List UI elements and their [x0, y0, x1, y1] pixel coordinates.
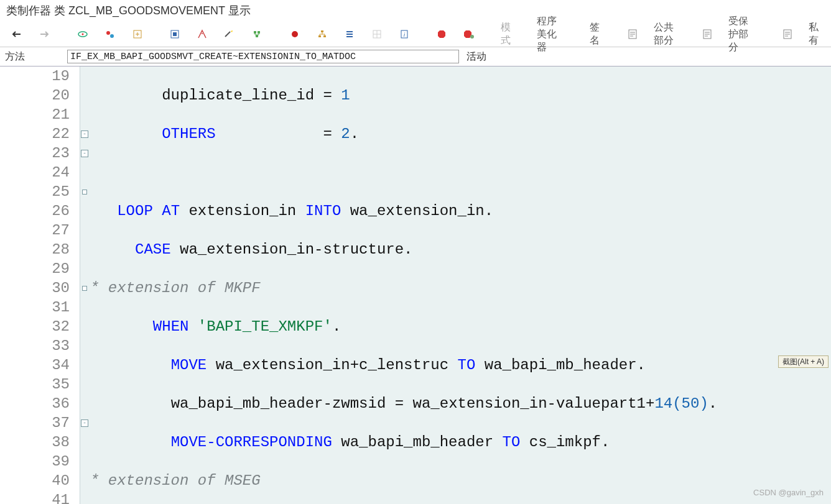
- svg-rect-12: [321, 30, 323, 32]
- list-icon[interactable]: [337, 25, 362, 43]
- change-bar: [0, 66, 6, 504]
- svg-point-3: [110, 34, 114, 38]
- forward-icon[interactable]: [32, 25, 57, 43]
- hierarchy-icon[interactable]: [310, 25, 335, 43]
- watermark: CSDN @gavin_gxh: [753, 483, 824, 502]
- line-number: 34: [6, 355, 80, 375]
- line-number: 19: [6, 66, 80, 86]
- activate-icon[interactable]: [190, 25, 215, 43]
- line-number: 38: [6, 433, 80, 452]
- other-object-icon[interactable]: [98, 25, 123, 43]
- window-title-bar: 类制作器 类 ZCL_MB_GOODSMOVEMENT 显示: [0, 0, 831, 22]
- method-input[interactable]: [67, 50, 459, 63]
- svg-text:i: i: [404, 32, 406, 38]
- svg-point-11: [292, 31, 298, 37]
- enhance-icon[interactable]: [125, 25, 150, 43]
- toolbar: i 模式 程序美化器 签名 公共部分 受保护部分 私有: [0, 22, 831, 47]
- line-number: 23: [6, 144, 80, 163]
- fold-bullet-icon[interactable]: [82, 190, 87, 195]
- signature-button[interactable]: 签名: [583, 25, 607, 43]
- display-icon[interactable]: [70, 25, 95, 43]
- method-bar: 方法 活动: [0, 47, 831, 66]
- line-number: 40: [6, 471, 80, 490]
- check-icon[interactable]: [162, 25, 187, 43]
- svg-marker-18: [438, 30, 445, 38]
- line-number: 32: [6, 317, 80, 336]
- code-area[interactable]: duplicate_line_id = 1 OTHERS = 2. LOOP A…: [89, 66, 831, 504]
- fold-bullet-icon[interactable]: [82, 286, 87, 291]
- line-number: 33: [6, 336, 80, 355]
- line-number: 41: [6, 490, 80, 504]
- line-number: 21: [6, 105, 80, 124]
- line-number: 27: [6, 221, 80, 240]
- protected-section-button[interactable]: 受保护部分: [722, 25, 763, 43]
- where-used-icon[interactable]: [244, 25, 269, 43]
- method-label: 方法: [5, 50, 67, 63]
- svg-rect-10: [256, 35, 258, 37]
- line-number: 25: [6, 182, 80, 201]
- status-text: 活动: [467, 50, 486, 63]
- info-icon[interactable]: i: [392, 25, 417, 43]
- stop-icon[interactable]: [429, 25, 454, 43]
- back-icon[interactable]: [5, 25, 30, 43]
- code-editor[interactable]: 1920212223242526272829303132333435363738…: [0, 66, 831, 504]
- public-section-button[interactable]: 公共部分: [648, 25, 682, 43]
- window-title: 类制作器 类 ZCL_MB_GOODSMOVEMENT 显示: [6, 3, 251, 18]
- line-number: 24: [6, 163, 80, 182]
- line-number: 39: [6, 452, 80, 471]
- fold-toggle-icon[interactable]: -: [81, 150, 88, 157]
- line-number: 20: [6, 86, 80, 105]
- test-icon[interactable]: [217, 25, 242, 43]
- breakpoint-icon[interactable]: [282, 25, 307, 43]
- line-number: 31: [6, 298, 80, 317]
- page-icon-3[interactable]: [775, 25, 800, 43]
- svg-rect-14: [323, 35, 326, 37]
- page-icon-2[interactable]: [695, 25, 720, 43]
- fold-toggle-icon[interactable]: -: [81, 131, 88, 138]
- svg-point-1: [81, 34, 83, 35]
- svg-point-7: [202, 33, 203, 34]
- line-number: 28: [6, 240, 80, 259]
- line-number: 35: [6, 375, 80, 394]
- svg-rect-9: [258, 31, 260, 34]
- line-number: 30: [6, 278, 80, 298]
- pattern-button[interactable]: 模式: [494, 25, 518, 43]
- fold-toggle-icon[interactable]: -: [81, 419, 88, 427]
- line-number: 26: [6, 201, 80, 221]
- screenshot-tooltip: 截图(Alt + A): [778, 355, 829, 368]
- svg-point-2: [106, 31, 110, 35]
- line-number: 22: [6, 124, 80, 144]
- fold-column[interactable]: ---: [80, 66, 89, 504]
- pretty-printer-button[interactable]: 程序美化器: [531, 25, 571, 43]
- svg-rect-6: [173, 32, 177, 36]
- line-number-gutter: 1920212223242526272829303132333435363738…: [6, 66, 80, 504]
- line-number: 36: [6, 394, 80, 413]
- line-number: 29: [6, 259, 80, 278]
- line-number: 37: [6, 413, 80, 433]
- ext-stop-icon[interactable]: [457, 25, 481, 43]
- layout-icon[interactable]: [364, 25, 389, 43]
- svg-point-20: [470, 35, 474, 39]
- page-icon-1[interactable]: [620, 25, 645, 43]
- svg-rect-8: [254, 31, 256, 34]
- svg-rect-13: [318, 35, 321, 37]
- private-section-button[interactable]: 私有: [802, 25, 826, 43]
